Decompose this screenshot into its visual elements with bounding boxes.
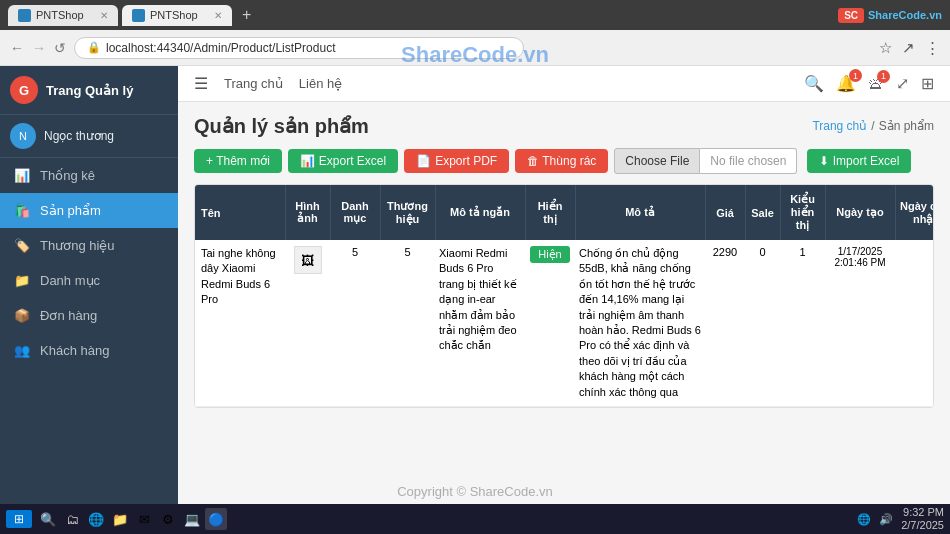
menu-icon[interactable]: ⋮ xyxy=(925,39,940,57)
taskbar-folder-icon[interactable]: 📁 xyxy=(109,508,131,530)
sharecode-text: ShareCode.vn xyxy=(868,9,942,21)
tab-1-icon xyxy=(18,9,31,22)
url-bar[interactable]: 🔒 localhost:44340/Admin/Product/ListProd… xyxy=(74,37,524,59)
thuong-hieu-icon: 🏷️ xyxy=(14,238,30,253)
user-name: Ngọc thương xyxy=(44,129,114,143)
danh-muc-label: Danh mục xyxy=(40,273,100,288)
tab-1-close[interactable]: ✕ xyxy=(100,10,108,21)
taskbar-icons: 🔍 🗂 🌐 📁 ✉ ⚙ 💻 🔵 xyxy=(37,508,227,530)
user-avatar: N xyxy=(10,123,36,149)
nav-link-lien-he[interactable]: Liên hệ xyxy=(299,76,342,91)
top-nav-right: 🔍 🔔 1 🛎 1 ⤢ ⊞ xyxy=(804,74,934,93)
pdf-icon: 📄 xyxy=(416,154,431,168)
bell-btn[interactable]: 🛎 1 xyxy=(868,75,884,93)
col-thuong-hieu: Thương hiệu xyxy=(380,185,435,240)
nav-back[interactable]: ← xyxy=(10,40,24,56)
thong-ke-label: Thống kê xyxy=(40,168,95,183)
khach-hang-icon: 👥 xyxy=(14,343,30,358)
table-row: Tai nghe không dây Xiaomi Redmi Buds 6 P… xyxy=(195,240,934,406)
taskbar-settings-icon[interactable]: ⚙ xyxy=(157,508,179,530)
thuong-hieu-label: Thương hiệu xyxy=(40,238,115,253)
thong-ke-icon: 📊 xyxy=(14,168,30,183)
export-pdf-button[interactable]: 📄 Export PDF xyxy=(404,149,509,173)
main-content: ☰ Trang chủ Liên hệ 🔍 🔔 1 🛎 1 ⤢ ⊞ xyxy=(178,66,950,534)
sharecode-brand: SC ShareCode.vn xyxy=(838,8,942,23)
address-bar-row: ← → ↺ 🔒 localhost:44340/Admin/Product/Li… xyxy=(0,30,950,66)
share-icon[interactable]: ↗ xyxy=(902,39,915,57)
hamburger-icon[interactable]: ☰ xyxy=(194,74,208,93)
cell-thuong-hieu: 5 xyxy=(380,240,435,406)
export-excel-button[interactable]: 📊 Export Excel xyxy=(288,149,398,173)
nav-refresh[interactable]: ↺ xyxy=(54,40,66,56)
url-text: localhost:44340/Admin/Product/ListProduc… xyxy=(106,41,335,55)
col-hinh-anh: Hình ảnh xyxy=(285,185,330,240)
lock-icon: 🔒 xyxy=(87,41,101,54)
browser-chrome: PNTShop ✕ PNTShop ✕ + SC ShareCode.vn xyxy=(0,0,950,30)
san-pham-icon: 🛍️ xyxy=(14,203,30,218)
taskbar-mail-icon[interactable]: ✉ xyxy=(133,508,155,530)
breadcrumb-home[interactable]: Trang chủ xyxy=(812,119,867,133)
taskbar-apps-icon[interactable]: 🗂 xyxy=(61,508,83,530)
bell-badge: 1 xyxy=(877,70,890,83)
tab-2-close[interactable]: ✕ xyxy=(214,10,222,21)
taskbar-network-icon: 🌐 xyxy=(857,513,871,526)
trash-button[interactable]: 🗑 Thùng rác xyxy=(515,149,608,173)
excel-icon: 📊 xyxy=(300,154,315,168)
don-hang-label: Đơn hàng xyxy=(40,308,97,323)
taskbar-date-value: 2/7/2025 xyxy=(901,519,944,532)
col-mo-ta-ngan: Mô tả ngắn xyxy=(435,185,525,240)
breadcrumb-current: Sản phẩm xyxy=(879,119,934,133)
import-excel-button[interactable]: ⬇ Import Excel xyxy=(807,149,911,173)
taskbar-time: 9:32 PM 2/7/2025 xyxy=(901,506,944,532)
taskbar-vscode-icon[interactable]: 💻 xyxy=(181,508,203,530)
star-icon[interactable]: ☆ xyxy=(879,39,892,57)
tab-1[interactable]: PNTShop ✕ xyxy=(8,5,118,26)
tab-2-label: PNTShop xyxy=(150,9,198,21)
cell-gia: 2290 xyxy=(705,240,745,406)
page-title: Quản lý sản phẩm xyxy=(194,114,369,138)
cell-sale: 0 xyxy=(745,240,780,406)
product-image-placeholder: 🖼 xyxy=(294,246,322,274)
grid-icon[interactable]: ⊞ xyxy=(921,74,934,93)
new-tab-button[interactable]: + xyxy=(236,6,257,24)
notification-btn[interactable]: 🔔 1 xyxy=(836,74,856,93)
breadcrumb-separator: / xyxy=(871,119,874,133)
sidebar-item-san-pham[interactable]: 🛍️ Sản phẩm xyxy=(0,193,178,228)
taskbar-edge-icon[interactable]: 🌐 xyxy=(85,508,107,530)
sidebar-item-thuong-hieu[interactable]: 🏷️ Thương hiệu xyxy=(0,228,178,263)
col-hien-thi: Hiển thị xyxy=(525,185,575,240)
taskbar-browser-icon[interactable]: 🔵 xyxy=(205,508,227,530)
choose-file-button[interactable]: Choose File xyxy=(614,148,700,174)
sidebar: G Trang Quản lý N Ngọc thương 📊 Thống kê… xyxy=(0,66,178,534)
start-button[interactable]: ⊞ xyxy=(6,510,32,528)
add-new-button[interactable]: + Thêm mới xyxy=(194,149,282,173)
taskbar-search-icon[interactable]: 🔍 xyxy=(37,508,59,530)
sidebar-item-thong-ke[interactable]: 📊 Thống kê xyxy=(0,158,178,193)
cell-ngay-tao: 1/17/2025 2:01:46 PM xyxy=(825,240,895,406)
taskbar-time-value: 9:32 PM xyxy=(903,506,944,519)
taskbar: ⊞ 🔍 🗂 🌐 📁 ✉ ⚙ 💻 🔵 🌐 🔊 9:32 PM 2/7/2025 xyxy=(0,504,950,534)
top-nav: ☰ Trang chủ Liên hệ 🔍 🔔 1 🛎 1 ⤢ ⊞ xyxy=(178,66,950,102)
col-mo-ta: Mô tả xyxy=(575,185,705,240)
cell-mo-ta-ngan: Xiaomi Redmi Buds 6 Pro trang bị thiết k… xyxy=(435,240,525,406)
toolbar-right: ☆ ↗ ⋮ xyxy=(879,39,940,57)
cell-kieu-hien-thi: 1 xyxy=(780,240,825,406)
nav-link-home[interactable]: Trang chủ xyxy=(224,76,283,91)
danh-muc-icon: 📁 xyxy=(14,273,30,288)
sidebar-item-danh-muc[interactable]: 📁 Danh mục xyxy=(0,263,178,298)
tab-2[interactable]: PNTShop ✕ xyxy=(122,5,232,26)
file-status: No file chosen xyxy=(700,148,797,174)
san-pham-label: Sản phẩm xyxy=(40,203,101,218)
sidebar-item-khach-hang[interactable]: 👥 Khách hàng xyxy=(0,333,178,368)
action-bar: + Thêm mới 📊 Export Excel 📄 Export PDF 🗑… xyxy=(194,148,934,174)
taskbar-volume-icon: 🔊 xyxy=(879,513,893,526)
sidebar-item-don-hang[interactable]: 📦 Đơn hàng xyxy=(0,298,178,333)
col-danh-muc: Danh mục xyxy=(330,185,380,240)
cell-hien-thi: Hiện xyxy=(525,240,575,406)
sidebar-logo: G xyxy=(10,76,38,104)
expand-icon[interactable]: ⤢ xyxy=(896,74,909,93)
search-icon-btn[interactable]: 🔍 xyxy=(804,74,824,93)
col-ngay-tao: Ngày tạo xyxy=(825,185,895,240)
app-wrapper: G Trang Quản lý N Ngọc thương 📊 Thống kê… xyxy=(0,66,950,534)
nav-forward[interactable]: → xyxy=(32,40,46,56)
